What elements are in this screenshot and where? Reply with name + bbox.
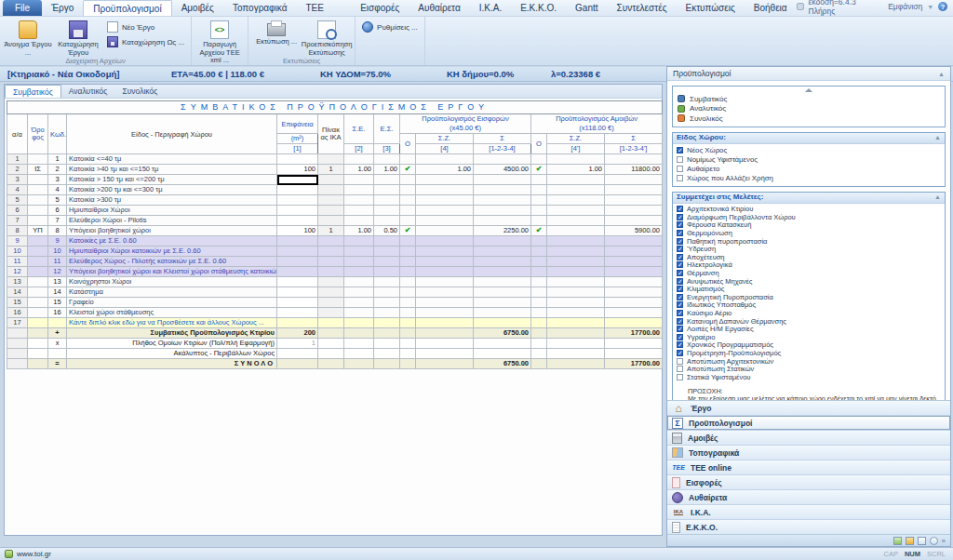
checkbox-item[interactable]: Διαμόρφωση Περιβάλλοντα Χώρου bbox=[677, 213, 941, 221]
view-tab[interactable]: Συμβατικός bbox=[5, 85, 61, 98]
cell-description[interactable]: Κάντε διπλό κλικ εδώ για να Προσθέσετε κ… bbox=[67, 318, 277, 328]
scroll-up-icon[interactable] bbox=[805, 88, 812, 92]
col-header-ika[interactable]: Πίνακας ΙΚΑ bbox=[318, 114, 344, 154]
cell-description[interactable]: Κατοικία >300 τμ bbox=[67, 195, 277, 206]
toolbar-button[interactable]: Άνοιγμα Έργου ... bbox=[3, 18, 53, 57]
cell-fees-flag[interactable] bbox=[531, 287, 547, 298]
checkbox-item[interactable]: Ανυψωτικές Μηχανές bbox=[677, 277, 941, 286]
cell-se[interactable] bbox=[344, 195, 374, 206]
cell-ika[interactable] bbox=[318, 318, 344, 328]
cell-contrib-flag[interactable] bbox=[400, 257, 416, 267]
cell-contrib-sum[interactable] bbox=[474, 318, 531, 328]
cell-contrib-sz[interactable] bbox=[416, 195, 474, 206]
legend-item[interactable]: Αναλυτικός bbox=[678, 104, 940, 114]
cell-se[interactable] bbox=[344, 267, 374, 277]
cell-es[interactable] bbox=[374, 175, 400, 185]
toolbar-button[interactable]: Εκτύπωση ... bbox=[251, 18, 302, 47]
cell-fees-sz[interactable] bbox=[547, 308, 605, 318]
checkbox[interactable] bbox=[677, 350, 683, 356]
cell-contrib-sz[interactable] bbox=[416, 226, 474, 236]
cell-code[interactable]: 3 bbox=[48, 175, 67, 185]
cell-fees-sz[interactable] bbox=[547, 226, 605, 236]
cell-surface[interactable] bbox=[277, 298, 318, 308]
collapse-icon[interactable]: ▲ bbox=[934, 132, 941, 143]
cell-contrib-flag[interactable] bbox=[400, 318, 416, 328]
cell-ika[interactable] bbox=[318, 154, 344, 165]
table-row[interactable]: 1515Γραφείο bbox=[7, 298, 663, 308]
cell-ika[interactable] bbox=[318, 247, 344, 257]
cell-floor[interactable] bbox=[28, 318, 48, 328]
ribbon-tab[interactable]: Έργο bbox=[42, 1, 83, 16]
cell-contrib-sum[interactable] bbox=[474, 298, 531, 308]
checkbox-item[interactable]: Καύσιμο Αέριο bbox=[677, 309, 941, 317]
cell-description[interactable]: Κατοικίες με Σ.Ε. 0.60 bbox=[67, 236, 277, 247]
cell-fees-sz[interactable] bbox=[547, 298, 605, 308]
folder-view-icon[interactable] bbox=[906, 537, 914, 545]
cell-es[interactable] bbox=[374, 195, 400, 206]
sidebar-nav-item[interactable]: TEE online bbox=[667, 460, 950, 475]
cell-fees-sum[interactable] bbox=[605, 206, 663, 216]
cell-surface[interactable] bbox=[277, 308, 318, 318]
row-number[interactable]: 12 bbox=[7, 267, 28, 277]
cell-contrib-sum[interactable] bbox=[474, 236, 531, 247]
cell-description[interactable]: Κλειστοί χώροι στάθμευσης bbox=[67, 308, 277, 318]
sidebar-nav-item[interactable]: Ε.Κ.Κ.Ο. bbox=[667, 520, 950, 535]
cell-fees-sum[interactable] bbox=[605, 287, 663, 298]
cell-fees-sum[interactable] bbox=[605, 216, 663, 226]
view-tab[interactable]: Συνολικός bbox=[114, 86, 165, 98]
cell-se[interactable]: 1.00 bbox=[344, 226, 374, 236]
checkbox-item[interactable]: Χρονικός Προγραμματισμός bbox=[677, 341, 941, 350]
cell-se[interactable] bbox=[344, 206, 374, 216]
ribbon-tab[interactable]: Εκτυπώσεις bbox=[676, 1, 744, 16]
checkbox-item[interactable]: Ιδιωτικός Υποσταθμός bbox=[677, 301, 941, 310]
ribbon-tab[interactable]: Ι.Κ.Α. bbox=[470, 1, 511, 16]
cell-code[interactable]: 10 bbox=[48, 247, 67, 257]
cell-ika[interactable] bbox=[318, 206, 344, 216]
view-tab[interactable]: Αναλυτικός bbox=[61, 86, 115, 98]
cell-code[interactable]: 12 bbox=[48, 267, 67, 277]
cell-surface[interactable] bbox=[277, 247, 318, 257]
cell-contrib-flag[interactable] bbox=[400, 298, 416, 308]
cell-code[interactable]: 2 bbox=[48, 165, 67, 175]
cell-fees-sum[interactable] bbox=[605, 247, 663, 257]
cell-description[interactable]: Κατάστημα bbox=[67, 287, 277, 298]
cell-es[interactable] bbox=[374, 308, 400, 318]
table-row[interactable]: 44Κατοικία >200 τμ και <=300 τμ bbox=[7, 185, 663, 195]
table-row[interactable]: 77Ελεύθεροι Χώροι - Pilotis bbox=[7, 216, 663, 226]
cell-contrib-sz[interactable] bbox=[416, 318, 474, 328]
sidebar-nav-item[interactable]: Ι.Κ.Α. bbox=[667, 505, 950, 520]
cell-surface[interactable] bbox=[277, 257, 318, 267]
cell-fees-sz[interactable] bbox=[547, 175, 605, 185]
cell-description[interactable]: Κατοικία >200 τμ και <=300 τμ bbox=[67, 185, 277, 195]
checkbox-item[interactable]: Φέρουσα Κατασκευή bbox=[677, 221, 941, 230]
chevron-down-icon[interactable]: ▼ bbox=[927, 4, 933, 10]
cell-se[interactable] bbox=[344, 318, 374, 328]
cell-contrib-flag[interactable] bbox=[400, 154, 416, 165]
checkbox[interactable] bbox=[677, 310, 683, 316]
checkbox[interactable] bbox=[677, 238, 683, 245]
status-url[interactable]: www.tol.gr bbox=[17, 550, 51, 558]
cell-se[interactable] bbox=[344, 185, 374, 195]
checkbox[interactable] bbox=[677, 318, 683, 325]
cell-surface[interactable] bbox=[277, 206, 318, 216]
cell-surface[interactable] bbox=[277, 236, 318, 247]
cell-ika[interactable] bbox=[318, 298, 344, 308]
cell-fees-sum[interactable] bbox=[605, 277, 663, 287]
cell-se[interactable] bbox=[344, 308, 374, 318]
cell-fees-sz[interactable] bbox=[547, 185, 605, 195]
cell-fees-flag[interactable] bbox=[531, 236, 547, 247]
cell-floor[interactable] bbox=[28, 267, 48, 277]
checkbox[interactable] bbox=[677, 366, 683, 372]
checkbox[interactable] bbox=[677, 254, 683, 260]
cell-description[interactable]: Ελεύθεροι Χώροι - Pilotis bbox=[67, 216, 277, 226]
checkbox-item[interactable]: Κατανομή Δαπανών Θέρμανσης bbox=[677, 317, 941, 326]
cell-fees-flag[interactable] bbox=[531, 195, 547, 206]
cell-contrib-sum[interactable]: 4500.00 bbox=[474, 165, 531, 175]
checkbox[interactable] bbox=[677, 301, 683, 308]
checkbox-item[interactable]: Αποτύπωση Στατικών bbox=[677, 365, 941, 373]
ribbon-tab[interactable]: Τοπογραφικά bbox=[223, 1, 297, 16]
cell-fees-flag[interactable] bbox=[531, 154, 547, 165]
cell-description[interactable]: Κοινόχρηστοι Χώροι bbox=[67, 277, 277, 287]
cell-contrib-sum[interactable] bbox=[474, 175, 531, 185]
cell-ika[interactable] bbox=[318, 267, 344, 277]
